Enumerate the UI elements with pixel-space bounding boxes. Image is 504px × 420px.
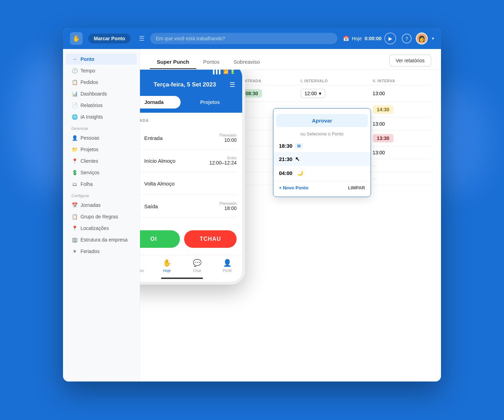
tab-sobreaviso[interactable]: Sobreaviso (226, 55, 267, 69)
sidebar-label-ponto: Ponto (80, 56, 94, 62)
help-button[interactable]: ? (402, 34, 412, 43)
tab-super-punch[interactable]: Super Punch (150, 55, 196, 69)
phone-tab-projetos[interactable]: Projetos (183, 96, 237, 108)
phone-punch-volta-almoco: Volta Almoço (140, 172, 237, 195)
sidebar-item-localizacoes[interactable]: 📍 Localizações (66, 223, 137, 234)
content-body: JORNADA ENTRADA I. INTERVALO V. INTERVA … (140, 70, 441, 382)
moon-icon: 🌙 (295, 169, 305, 176)
time-select[interactable]: 12:00 ▾ (301, 89, 325, 98)
sidebar-item-projetos[interactable]: 📁 Projetos (66, 144, 137, 155)
sidebar-item-feriados[interactable]: ☀ Feriados (66, 246, 137, 257)
saida-label: Saída (144, 203, 158, 209)
limpar-button[interactable]: LIMPAR (348, 185, 365, 190)
cursor-icon: ↖ (295, 156, 300, 162)
sidebar-item-folha[interactable]: 🗂 Folha (66, 178, 137, 190)
oi-button[interactable]: OI (140, 230, 180, 248)
sidebar-item-dashboards[interactable]: 📊 Dashboards (66, 88, 137, 99)
ver-relatorios-button[interactable]: Ver relatórios (389, 55, 431, 66)
phone-bottom-nav: ☑ Pedidos ✋ Hoje 💬 Chat (140, 255, 242, 275)
topbar-title[interactable]: Marcar Ponto (88, 34, 131, 43)
sidebar-item-servicos[interactable]: 💲 Serviços (66, 167, 137, 178)
time-option-1830[interactable]: 18:30 M (273, 139, 371, 152)
tab-pontos[interactable]: Pontos (196, 55, 227, 69)
relatorios-icon: 📄 (71, 103, 78, 108)
new-point-button[interactable]: + Novo Ponto (279, 185, 308, 190)
phone-punch-inicio-almoco: Início Almoço Entre 12:00–12:24 (140, 149, 237, 172)
dropdown-footer: + Novo Ponto LIMPAR (273, 181, 371, 194)
menu-icon[interactable]: ☰ (139, 35, 145, 42)
jornadas-icon: 📅 (71, 202, 78, 208)
play-button[interactable]: ▶ (384, 33, 396, 44)
inicio-almoco-label: Início Almoço (144, 158, 175, 164)
home-bar (161, 278, 203, 279)
phone-tab-jornada[interactable]: Jornada (140, 96, 181, 108)
tabs-row: Super Punch Pontos Sobreaviso (150, 55, 267, 69)
search-input[interactable] (150, 33, 337, 44)
folha-icon: 🗂 (71, 181, 78, 187)
time-badge-orange: 14:30 (373, 105, 394, 114)
sidebar-label-pedidos: Pedidos (80, 79, 98, 85)
sidebar-item-pedidos[interactable]: 📋 Pedidos (66, 77, 137, 88)
approve-dropdown: Aprovar ou Selecione o Ponto 18:30 M 21:… (273, 108, 371, 197)
tempo-icon: 🕐 (71, 68, 78, 74)
col-intervalo: I. INTERVALO (296, 77, 369, 85)
chevron-down-icon[interactable]: ▾ (432, 36, 434, 41)
time-option-0400[interactable]: 04:00 🌙 (273, 166, 371, 180)
projetos-icon: 📁 (71, 147, 78, 152)
phone-nav-pedidos[interactable]: ☑ Pedidos (140, 259, 152, 273)
content-header: Super Punch Pontos Sobreaviso Ver relató… (140, 49, 441, 70)
sidebar-label-tempo: Tempo (80, 68, 95, 74)
phone-nav-chat[interactable]: 💬 Chat (182, 259, 212, 273)
timer-display: 0:00:00 (365, 36, 382, 41)
time-option-2130[interactable]: 21:30 ↖ (273, 152, 371, 166)
estrutura-icon: 🏢 (71, 237, 78, 243)
sidebar-label-folha: Folha (80, 181, 93, 187)
phone-tabs: Jornada Projetos (140, 96, 242, 113)
calendar-icon: 📅 (343, 36, 349, 41)
sidebar-item-pessoas[interactable]: 👤 Pessoas (66, 132, 137, 144)
wifi-icon: 📶 (223, 70, 229, 74)
volta-cell: 13:30 (369, 131, 431, 146)
phone-date: Terça-feira, 5 Set 2023 (154, 81, 216, 88)
entrada-planned: Planejado (219, 133, 237, 137)
sidebar-item-estrutura[interactable]: 🏢 Estrutura da empresa (66, 234, 137, 245)
sidebar-label-dashboards: Dashboards (80, 91, 107, 97)
sidebar-item-tempo[interactable]: 🕐 Tempo (66, 65, 137, 76)
phone-punch-left: Saída (140, 200, 158, 212)
date-label: Hoje (352, 36, 362, 41)
perfil-nav-label: Perfil (223, 268, 231, 273)
entrada-cell: 08:30 (237, 85, 296, 102)
sidebar-item-clientes[interactable]: 📍 Clientes (66, 155, 137, 167)
sidebar-item-jornadas[interactable]: 📅 Jornadas (66, 200, 137, 211)
volta-cell: 13:00 (369, 146, 431, 159)
phone-home-indicator (140, 275, 242, 282)
entrada-label: Entrada (144, 135, 163, 141)
sidebar-item-relatorios[interactable]: 📄 Relatórios (66, 100, 137, 111)
phone-status-bar: 9:41 ▌▌▌ 📶 🔋 (140, 70, 242, 76)
phone-nav-hoje[interactable]: ✋ Hoje (152, 259, 182, 273)
col-volta: V. INTERVA (369, 77, 431, 85)
sidebar-label-feriados: Feriados (80, 248, 99, 254)
sidebar-item-ia-insights[interactable]: 🌐 iA Insights (66, 111, 137, 122)
sidebar-label-clientes: Clientes (80, 158, 98, 164)
col-entrada: ENTRADA (237, 77, 296, 85)
volta-almoco-label: Volta Almoço (144, 181, 175, 187)
phone-buttons: OI TCHAU (140, 223, 242, 255)
topbar: ✋ Marcar Ponto ☰ 📅 Hoje 0:00:00 ▶ ? 👩 ▾ (63, 28, 441, 49)
ponto-icon: → (71, 56, 78, 62)
phone-punch-left: Entrada (140, 132, 163, 144)
sidebar-item-grupo-regras[interactable]: 📋 Grupo de Regras (66, 211, 137, 222)
time-badge-red: 13:30 (373, 134, 394, 142)
approve-button[interactable]: Aprovar (276, 114, 368, 127)
topbar-actions: ? 👩 ▾ (402, 33, 434, 44)
sidebar-item-ponto[interactable]: → Ponto (66, 54, 137, 65)
dashboards-icon: 📊 (71, 91, 78, 97)
volta-cell: 13:00 (369, 85, 431, 102)
phone-nav-perfil[interactable]: 👤 Perfil (212, 259, 242, 273)
phone-signal: ▌▌▌ 📶 🔋 (213, 70, 235, 74)
time-value: 18:30 (279, 143, 292, 149)
tchau-button[interactable]: TCHAU (184, 230, 237, 248)
phone-menu-icon[interactable]: ☰ (230, 81, 235, 89)
localizacoes-icon: 📍 (71, 225, 78, 231)
chat-nav-label: Chat (193, 268, 201, 273)
